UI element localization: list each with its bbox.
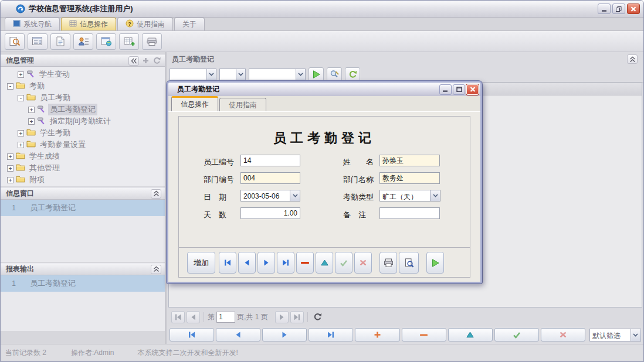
collapse-left-button[interactable]	[128, 56, 139, 66]
dialog-tab-info-operate[interactable]: 信息操作	[171, 96, 218, 111]
last-page-button[interactable]	[290, 311, 304, 323]
search-doc-button[interactable]	[5, 33, 25, 50]
sidebar: 信息管理 学生变动 考勤 员工考勤	[1, 52, 165, 344]
tree-item[interactable]: 学生考勤	[1, 127, 165, 139]
date-combo[interactable]: 2003-05-06	[240, 190, 300, 202]
post-record-button[interactable]	[494, 328, 539, 341]
collapse-icon[interactable]	[18, 95, 24, 101]
hammer-icon	[37, 105, 46, 115]
list-item-selected[interactable]: 1 员工考勤登记	[1, 275, 165, 292]
combo-arrow-icon[interactable]	[236, 69, 245, 80]
pager-bar: 第 页,共 1 页	[168, 308, 642, 326]
tree-item[interactable]: 考勤	[1, 80, 165, 92]
list-item-selected[interactable]: 1 员工考勤登记	[1, 200, 165, 216]
expand-icon[interactable]	[7, 165, 13, 172]
dialog-minimize-button[interactable]	[439, 84, 452, 95]
plus-icon[interactable]	[141, 56, 150, 66]
next-record-button[interactable]	[257, 252, 275, 274]
tree-item[interactable]: 考勤参量设置	[1, 139, 165, 151]
combo-arrow-icon[interactable]	[290, 190, 300, 201]
edit-record-button[interactable]	[448, 328, 493, 341]
item-label: 员工考勤登记	[30, 203, 76, 213]
collapse-up-button[interactable]	[151, 265, 161, 274]
first-record-button[interactable]	[219, 252, 236, 274]
filter-preset-combo[interactable]: 默认筛选	[589, 329, 641, 341]
combo-arrow-icon[interactable]	[206, 69, 216, 80]
next-record-button[interactable]	[262, 328, 307, 341]
expand-icon[interactable]	[7, 153, 13, 160]
form-view-button[interactable]	[28, 33, 48, 50]
query-value-combo[interactable]	[249, 69, 306, 80]
combo-arrow-icon[interactable]	[631, 329, 640, 341]
tree-item[interactable]: 指定期间考勤统计	[1, 115, 165, 127]
folder-icon	[26, 128, 36, 138]
last-record-button[interactable]	[277, 252, 294, 274]
filter-search-button[interactable]	[327, 67, 342, 81]
expand-icon[interactable]	[7, 177, 13, 183]
attendance-type-combo[interactable]: 旷工（天）	[379, 190, 440, 202]
expand-icon[interactable]	[28, 107, 35, 113]
execute-query-button[interactable]	[309, 67, 324, 81]
insert-record-button[interactable]	[355, 328, 399, 341]
combo-arrow-icon[interactable]	[430, 190, 440, 201]
cancel-record-button[interactable]	[354, 252, 372, 274]
delete-record-button[interactable]	[402, 328, 446, 341]
dialog-close-button[interactable]	[466, 84, 479, 95]
edit-record-button[interactable]	[316, 252, 333, 274]
delete-record-button[interactable]	[296, 252, 314, 274]
restore-button[interactable]	[612, 4, 625, 14]
print-button[interactable]	[379, 252, 397, 274]
tab-system-nav[interactable]: 系统导航	[5, 18, 60, 30]
tree-item[interactable]: 其他管理	[1, 162, 165, 174]
refresh-icon[interactable]	[152, 56, 161, 66]
query-field-combo[interactable]	[170, 69, 216, 80]
prev-record-button[interactable]	[216, 328, 260, 341]
post-record-button[interactable]	[335, 252, 352, 274]
name-field[interactable]	[379, 155, 440, 166]
prev-record-button[interactable]	[238, 252, 256, 274]
query-operator-combo[interactable]	[219, 69, 246, 80]
tab-user-guide[interactable]: ? 使用指南	[117, 18, 173, 30]
collapse-up-button[interactable]	[627, 54, 638, 64]
print-preview-button[interactable]	[399, 252, 419, 274]
expand-icon[interactable]	[18, 71, 24, 78]
dialog-maximize-button[interactable]	[453, 84, 465, 95]
add-button[interactable]: 增加	[187, 252, 215, 274]
employee-id-field[interactable]	[240, 155, 300, 166]
first-record-button[interactable]	[170, 328, 214, 341]
window-globe-button[interactable]	[96, 33, 116, 50]
last-record-button[interactable]	[309, 328, 353, 341]
document-button[interactable]	[50, 33, 70, 50]
next-page-button[interactable]	[275, 311, 289, 323]
printer-button[interactable]	[142, 33, 162, 50]
user-org-button[interactable]	[73, 33, 93, 50]
page-number-input[interactable]	[216, 312, 235, 323]
remark-field[interactable]	[379, 207, 440, 219]
collapse-icon[interactable]	[7, 83, 13, 90]
expand-icon[interactable]	[28, 118, 35, 125]
table-add-button[interactable]	[119, 33, 139, 50]
dialog-tab-user-guide[interactable]: 使用指南	[219, 98, 266, 111]
dept-id-field[interactable]	[240, 172, 300, 184]
close-button[interactable]	[627, 4, 640, 14]
dept-name-field[interactable]	[379, 172, 440, 184]
tree-item-selected[interactable]: 员工考勤登记	[1, 104, 165, 115]
tree-item[interactable]: 学生成绩	[1, 151, 165, 162]
first-page-button[interactable]	[171, 311, 185, 323]
expand-icon[interactable]	[18, 142, 24, 148]
tree-item[interactable]: 附项	[1, 174, 165, 186]
refresh-button[interactable]	[345, 67, 360, 81]
minimize-button[interactable]	[598, 4, 611, 14]
tab-about[interactable]: 关于	[174, 18, 205, 30]
cancel-record-button[interactable]	[541, 328, 585, 341]
tree-item[interactable]: 员工考勤	[1, 92, 165, 104]
tab-info-operate[interactable]: 信息操作	[61, 18, 116, 30]
tree-item[interactable]: 学生变动	[1, 69, 165, 80]
refresh-icon[interactable]	[313, 312, 323, 322]
days-field[interactable]	[240, 207, 300, 219]
prev-page-button[interactable]	[187, 311, 200, 323]
combo-arrow-icon[interactable]	[296, 69, 305, 80]
expand-icon[interactable]	[18, 130, 24, 136]
execute-button[interactable]	[426, 252, 444, 274]
collapse-up-button[interactable]	[151, 189, 161, 199]
